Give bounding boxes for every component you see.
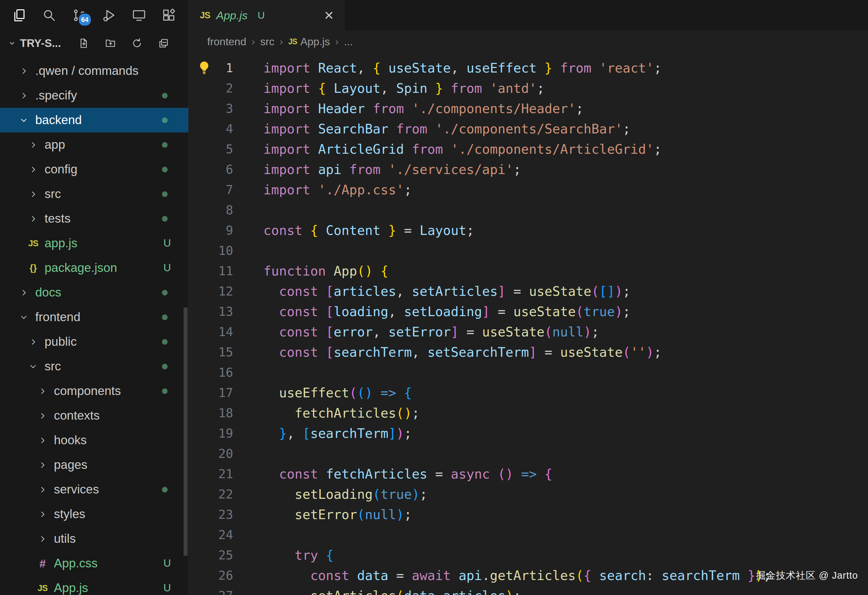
- code-line[interactable]: 27 setArticles(data.articles);: [189, 586, 868, 595]
- tree-item-styles[interactable]: styles: [0, 502, 188, 527]
- code-text[interactable]: const [articles, setArticles] = useState…: [263, 281, 630, 302]
- tree-item-.specify[interactable]: .specify: [0, 83, 188, 108]
- line-number[interactable]: 23: [189, 505, 233, 525]
- tree-item-tests[interactable]: tests: [0, 206, 188, 231]
- code-line[interactable]: 15 const [searchTerm, setSearchTerm] = u…: [189, 342, 868, 363]
- code-text[interactable]: setArticles(data.articles);: [263, 586, 521, 595]
- code-text[interactable]: const { Content } = Layout;: [263, 220, 474, 241]
- run-debug-icon[interactable]: [100, 6, 118, 25]
- line-number[interactable]: 18: [189, 403, 233, 423]
- breadcrumb-item-app.js[interactable]: JSApp.js: [288, 36, 330, 48]
- chevron-down-icon[interactable]: [17, 114, 31, 127]
- tree-item-hooks[interactable]: hooks: [0, 428, 188, 453]
- code-line[interactable]: 24: [189, 525, 868, 545]
- code-text[interactable]: useEffect(() => {: [263, 383, 412, 403]
- tree-item-package.json[interactable]: {}package.jsonU: [0, 256, 188, 280]
- code-line[interactable]: 14 const [error, setError] = useState(nu…: [189, 322, 868, 342]
- extensions-icon[interactable]: [159, 6, 178, 25]
- tab-app-js[interactable]: JS App.js U ×: [189, 0, 345, 31]
- breadcrumb-item-...[interactable]: ...: [344, 36, 353, 48]
- tree-item-app[interactable]: app: [0, 132, 188, 157]
- code-text[interactable]: import './App.css';: [263, 180, 412, 200]
- breadcrumb-item-frontend[interactable]: frontend: [207, 36, 246, 48]
- line-number[interactable]: 12: [189, 281, 233, 302]
- code-line[interactable]: 17 useEffect(() => {: [189, 383, 868, 403]
- line-number[interactable]: 21: [189, 464, 233, 484]
- code-text[interactable]: import Header from './components/Header'…: [263, 99, 584, 119]
- chevron-down-icon[interactable]: [27, 360, 40, 373]
- tree-item-docs[interactable]: docs: [0, 280, 188, 305]
- explorer-header[interactable]: TRY-S...: [0, 31, 188, 56]
- chevron-right-icon[interactable]: [36, 458, 49, 472]
- chevron-down-icon[interactable]: [17, 311, 31, 324]
- line-number[interactable]: 8: [189, 200, 233, 220]
- code-text[interactable]: const [searchTerm, setSearchTerm] = useS…: [263, 342, 662, 363]
- line-number[interactable]: 22: [189, 484, 233, 505]
- new-file-icon[interactable]: [74, 34, 93, 53]
- chevron-right-icon[interactable]: [27, 335, 40, 348]
- code-line[interactable]: 1import React, { useState, useEffect } f…: [189, 58, 868, 78]
- tree-item-backend[interactable]: backend: [0, 108, 188, 132]
- refresh-icon[interactable]: [128, 34, 146, 53]
- lightbulb-icon[interactable]: [196, 60, 212, 75]
- tree-item-src[interactable]: src: [0, 354, 188, 379]
- collapse-all-icon[interactable]: [154, 34, 173, 53]
- code-line[interactable]: 18 fetchArticles();: [189, 403, 868, 423]
- breadcrumb-item-src[interactable]: src: [260, 36, 275, 48]
- code-line[interactable]: 7import './App.css';: [189, 180, 868, 200]
- code-line[interactable]: 8: [189, 200, 868, 220]
- line-number[interactable]: 11: [189, 261, 233, 281]
- code-text[interactable]: import ArticleGrid from './components/Ar…: [263, 139, 662, 159]
- code-line[interactable]: 2import { Layout, Spin } from 'antd';: [189, 78, 868, 99]
- code-line[interactable]: 3import Header from './components/Header…: [189, 99, 868, 119]
- code-text[interactable]: const [loading, setLoading] = useState(t…: [263, 302, 630, 322]
- sidebar-scrollbar[interactable]: [184, 308, 187, 556]
- line-number[interactable]: 10: [189, 241, 233, 261]
- line-number[interactable]: 7: [189, 180, 233, 200]
- code-text[interactable]: const data = await api.getArticles({ sea…: [263, 565, 771, 586]
- chevron-right-icon[interactable]: [17, 64, 31, 77]
- code-line[interactable]: 25 try {: [189, 545, 868, 565]
- line-number[interactable]: 17: [189, 383, 233, 403]
- remote-explorer-icon[interactable]: [130, 6, 148, 25]
- line-number[interactable]: 15: [189, 342, 233, 363]
- tree-item-config[interactable]: config: [0, 157, 188, 182]
- code-text[interactable]: try {: [263, 545, 334, 565]
- code-line[interactable]: 12 const [articles, setArticles] = useSt…: [189, 281, 868, 302]
- code-line[interactable]: 13 const [loading, setLoading] = useStat…: [189, 302, 868, 322]
- chevron-right-icon[interactable]: [27, 138, 40, 151]
- code-text[interactable]: import React, { useState, useEffect } fr…: [263, 58, 662, 78]
- line-number[interactable]: 5: [189, 139, 233, 159]
- code-line[interactable]: 21 const fetchArticles = async () => {: [189, 464, 868, 484]
- code-line[interactable]: 6import api from './services/api';: [189, 159, 868, 180]
- line-number[interactable]: 26: [189, 565, 233, 586]
- chevron-right-icon[interactable]: [27, 212, 40, 225]
- search-icon[interactable]: [40, 6, 59, 25]
- code-line[interactable]: 11function App() {: [189, 261, 868, 281]
- line-number[interactable]: 2: [189, 78, 233, 99]
- code-line[interactable]: 5import ArticleGrid from './components/A…: [189, 139, 868, 159]
- tree-item-frontend[interactable]: frontend: [0, 305, 188, 329]
- line-number[interactable]: 14: [189, 322, 233, 342]
- code-text[interactable]: function App() {: [263, 261, 388, 281]
- chevron-right-icon[interactable]: [36, 508, 49, 521]
- chevron-right-icon[interactable]: [36, 384, 49, 398]
- tree-item-.qwen-commands[interactable]: .qwen / commands: [0, 59, 188, 83]
- line-number[interactable]: 20: [189, 444, 233, 464]
- code-text[interactable]: import SearchBar from './components/Sear…: [263, 119, 630, 139]
- code-line[interactable]: 16: [189, 363, 868, 383]
- chevron-right-icon[interactable]: [17, 89, 31, 102]
- code-text[interactable]: const fetchArticles = async () => {: [263, 464, 552, 484]
- code-text[interactable]: setLoading(true);: [263, 484, 427, 505]
- chevron-right-icon[interactable]: [36, 434, 49, 447]
- tree-item-public[interactable]: public: [0, 329, 188, 354]
- chevron-right-icon[interactable]: [27, 163, 40, 176]
- code-text[interactable]: }, [searchTerm]);: [263, 423, 412, 444]
- code-area[interactable]: 1import React, { useState, useEffect } f…: [189, 53, 868, 595]
- tree-item-services[interactable]: services: [0, 477, 188, 502]
- tree-item-app.js[interactable]: JSApp.jsU: [0, 576, 188, 595]
- tree-item-pages[interactable]: pages: [0, 453, 188, 477]
- code-line[interactable]: 9const { Content } = Layout;: [189, 220, 868, 241]
- source-control-icon[interactable]: 64: [70, 6, 89, 25]
- line-number[interactable]: 6: [189, 159, 233, 180]
